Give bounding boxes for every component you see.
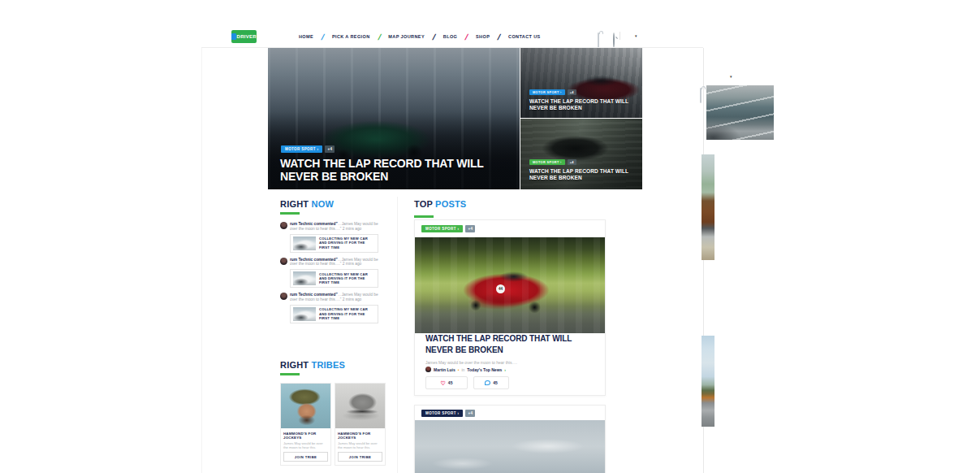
comment-feed: rum Technic commented”…James May would b… — [280, 222, 381, 323]
commenter-avatar[interactable] — [280, 222, 287, 229]
commenter-avatar[interactable] — [280, 258, 287, 265]
comment-item: rum Technic commented”…James May would b… — [280, 222, 381, 253]
more-count-badge[interactable]: +4 — [465, 225, 475, 232]
commenter-name[interactable]: rum Technic commented” — [290, 293, 338, 297]
category-badge-motorsport[interactable]: MOTOR SPORT › — [281, 145, 322, 153]
quoted-post-thumbnail — [293, 271, 316, 285]
more-count-badge[interactable]: +4 — [568, 89, 576, 95]
site-logo[interactable]: DRIVER — [231, 30, 257, 43]
tribe-body: HAMMOND'S FOR JOCKEYS James May would be… — [335, 428, 385, 465]
tile-article-title[interactable]: WATCH THE LAP RECORD THAT WILL NEVER BE … — [529, 98, 637, 111]
section-title-main: RIGHT — [280, 360, 309, 370]
hero-article-title[interactable]: WATCH THE LAP RECORD THAT WILL NEVER BE … — [280, 157, 524, 183]
nav-separator: / — [378, 33, 381, 41]
comment-text: rum Technic commented”…James May would b… — [290, 293, 381, 302]
like-count: 45 — [448, 380, 453, 385]
nav-shop[interactable]: SHOP — [476, 34, 490, 39]
comment-head: rum Technic commented”…James May would b… — [280, 222, 381, 232]
quoted-post-thumbnail — [293, 236, 316, 250]
tribe-card: HAMMOND'S FOR JOCKEYS James May would be… — [335, 383, 386, 466]
cart-icon[interactable] — [700, 88, 702, 103]
logo-text: DRIVER — [237, 34, 257, 39]
page-left-edge — [201, 48, 202, 473]
section-title: TOP POSTS — [414, 199, 466, 209]
tribe-name[interactable]: HAMMOND'S FOR JOCKEYS — [283, 432, 328, 440]
category-badge-motorsport[interactable]: MOTOR SPORT › — [421, 225, 463, 232]
quoted-post-thumbnail — [293, 307, 316, 321]
join-tribe-button[interactable]: JOIN TRIBE — [338, 452, 382, 462]
post-excerpt: James May would be over the moon to hear… — [425, 360, 517, 365]
tribe-body: HAMMOND'S FOR JOCKEYS James May would be… — [281, 428, 330, 465]
more-count-badge[interactable]: +4 — [325, 145, 335, 153]
author-avatar[interactable] — [425, 367, 431, 372]
author-name[interactable]: Martin Luis — [434, 367, 455, 372]
more-count-badge[interactable]: +4 — [568, 159, 576, 165]
nav-separator: / — [321, 33, 324, 41]
comment-time: 2 mins ago — [343, 227, 361, 231]
tribe-photo[interactable] — [281, 384, 330, 428]
post-meta: Martin Luis • in Today's Top News › — [425, 367, 506, 372]
tribe-description: James May would be over the moon to hear… — [338, 441, 382, 449]
comment-bubble-icon — [485, 380, 490, 385]
commenter-avatar[interactable] — [280, 293, 287, 300]
post-category-link[interactable]: Today's Top News — [467, 367, 502, 372]
quoted-post[interactable]: COLLECTING MY NEW CAR AND DRIVING IT FOR… — [290, 269, 378, 288]
comment-text: rum Technic commented”…James May would b… — [290, 222, 381, 232]
nav-map-journey[interactable]: MAP JOURNEY — [388, 34, 425, 39]
hero-article-image[interactable]: MOTOR SPORT ›+4 WATCH THE LAP RECORD THA… — [268, 48, 520, 189]
comment-head: rum Technic commented”…James May would b… — [280, 293, 381, 302]
tribe-description: James May would be over the moon to hear… — [283, 441, 328, 449]
tribe-photo[interactable] — [335, 384, 385, 428]
heart-icon: ♡ — [441, 380, 446, 386]
comment-count: 45 — [493, 380, 498, 385]
section-title-accent: NOW — [312, 199, 334, 209]
post-actions: ♡45 45 — [425, 376, 509, 389]
bleed-image-strip-bottom — [702, 336, 714, 427]
chevron-down-icon[interactable]: ▾ — [635, 33, 637, 38]
section-underline — [280, 212, 300, 215]
commenter-name[interactable]: rum Technic commented” — [290, 258, 338, 262]
nav-blog[interactable]: BLOG — [443, 34, 458, 39]
more-count-badge[interactable]: +4 — [465, 410, 475, 417]
comment-head: rum Technic commented”…James May would b… — [280, 258, 381, 267]
hero-tile-top[interactable]: MOTOR SPORT ›+4 WATCH THE LAP RECORD THA… — [520, 48, 642, 118]
tribes-row: HAMMOND'S FOR JOCKEYS James May would be… — [280, 383, 387, 466]
nav-separator: / — [432, 33, 435, 41]
post-card: MOTOR SPORT ›+4 44 WATCH THE LAP RECORD … — [414, 219, 606, 396]
category-badge-motorsport[interactable]: MOTOR SPORT › — [529, 159, 565, 165]
quoted-post-title: COLLECTING MY NEW CAR AND DRIVING IT FOR… — [319, 236, 375, 250]
comment-button[interactable]: 45 — [473, 376, 509, 389]
tribe-name[interactable]: HAMMOND'S FOR JOCKEYS — [338, 432, 382, 440]
nav-pick-a-region[interactable]: PICK A REGION — [332, 34, 370, 39]
search-icon[interactable] — [613, 33, 615, 48]
quoted-post[interactable]: COLLECTING MY NEW CAR AND DRIVING IT FOR… — [290, 305, 378, 323]
comment-text: rum Technic commented”…James May would b… — [290, 258, 381, 267]
category-badge-motorsport[interactable]: MOTOR SPORT › — [421, 410, 463, 417]
nav-contact-us[interactable]: CONTACT US — [508, 34, 541, 39]
commenter-name[interactable]: rum Technic commented” — [290, 222, 338, 226]
category-badge-motorsport[interactable]: MOTOR SPORT › — [529, 89, 565, 95]
comment-time: 2 mins ago — [343, 262, 361, 266]
join-tribe-button[interactable]: JOIN TRIBE — [283, 452, 328, 462]
like-button[interactable]: ♡45 — [425, 376, 468, 389]
meta-dot: • — [458, 367, 460, 372]
chevron-down-icon[interactable]: ▾ — [730, 74, 732, 79]
right-now-section: RIGHT NOW rum Technic commented”…James M… — [280, 199, 381, 328]
nav-home[interactable]: HOME — [299, 34, 313, 39]
tribe-card: HAMMOND'S FOR JOCKEYS James May would be… — [280, 383, 331, 466]
nav-separator: / — [497, 33, 500, 41]
meta-in-word: in — [461, 367, 464, 372]
right-tribes-section: RIGHT TRIBES HAMMOND'S FOR JOCKEYS James… — [280, 360, 387, 466]
logo-mark-icon — [231, 33, 236, 40]
bleed-image-strip-top — [702, 154, 714, 260]
cart-icon[interactable] — [598, 33, 599, 48]
post-image[interactable] — [415, 420, 605, 473]
hero-tile-bottom[interactable]: MOTOR SPORT ›+4 WATCH THE LAP RECORD THA… — [520, 119, 642, 189]
quoted-post[interactable]: COLLECTING MY NEW CAR AND DRIVING IT FOR… — [290, 234, 378, 253]
bleed-image-road — [706, 85, 774, 140]
post-title[interactable]: WATCH THE LAP RECORD THAT WILL NEVER BE … — [425, 333, 594, 355]
category-arrow-icon: › — [504, 367, 506, 372]
post-image[interactable]: 44 — [415, 237, 605, 333]
tile-article-title[interactable]: WATCH THE LAP RECORD THAT WILL NEVER BE … — [529, 168, 637, 181]
section-title-accent: TRIBES — [312, 360, 346, 370]
